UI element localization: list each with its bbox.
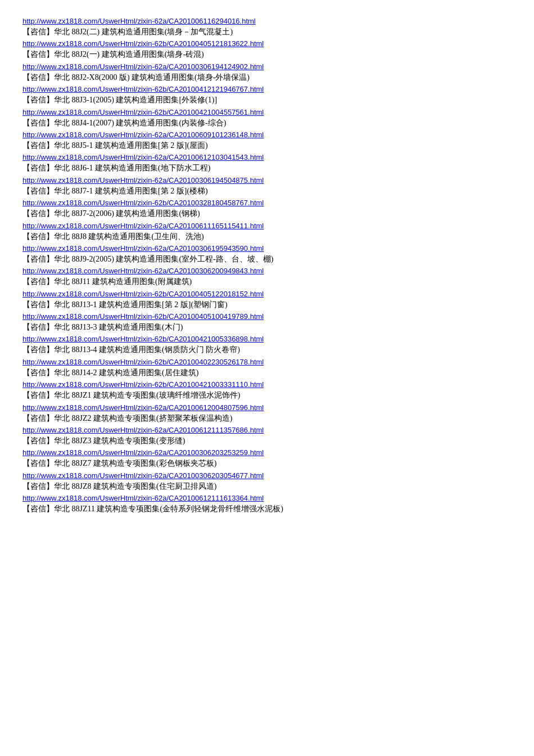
entry-desc: 【咨信】华北 88JZ2 建筑构造专项图集(挤塑聚苯板保温构造): [22, 412, 512, 425]
entry-link[interactable]: http://www.zx1818.com/UswerHtml/zixin-62…: [22, 290, 264, 298]
entry-link[interactable]: http://www.zx1818.com/UswerHtml/zixin-62…: [22, 335, 264, 343]
list-item: http://www.zx1818.com/UswerHtml/zixin-62…: [22, 335, 512, 356]
entry-link[interactable]: http://www.zx1818.com/UswerHtml/zixin-62…: [22, 403, 264, 412]
content-area: http://www.zx1818.com/UswerHtml/zixin-62…: [22, 17, 512, 516]
list-item: http://www.zx1818.com/UswerHtml/zixin-62…: [22, 380, 512, 402]
list-item: http://www.zx1818.com/UswerHtml/zixin-62…: [22, 426, 512, 447]
entry-desc: 【咨信】华北 88JZ11 建筑构造专项图集(金特系列轻钢龙骨纤维增强水泥板): [22, 503, 512, 515]
entry-desc: 【咨信】华北 88J4-1(2007) 建筑构造通用图集(内装修-综合): [22, 117, 512, 129]
entry-link[interactable]: http://www.zx1818.com/UswerHtml/zixin-62…: [22, 39, 264, 48]
list-item: http://www.zx1818.com/UswerHtml/zixin-62…: [22, 130, 512, 152]
entry-link[interactable]: http://www.zx1818.com/UswerHtml/zixin-62…: [22, 380, 264, 389]
entry-desc: 【咨信】华北 88J2-X8(2000 版) 建筑构造通用图集(墙身-外墙保温): [22, 71, 512, 84]
entry-desc: 【咨信】华北 88JZ1 建筑构造专项图集(玻璃纤维增强水泥饰件): [22, 389, 512, 402]
entry-desc: 【咨信】华北 88JZ7 建筑构造专项图集(彩色钢板夹芯板): [22, 457, 512, 470]
list-item: http://www.zx1818.com/UswerHtml/zixin-62…: [22, 39, 512, 61]
list-item: http://www.zx1818.com/UswerHtml/zixin-62…: [22, 176, 512, 197]
entry-desc: 【咨信】华北 88J13-1 建筑构造通用图集[第 2 版](塑钢门窗): [22, 299, 512, 311]
list-item: http://www.zx1818.com/UswerHtml/zixin-62…: [22, 448, 512, 470]
entry-desc: 【咨信】华北 88J9-2(2005) 建筑构造通用图集(室外工程-路、台、坡、…: [22, 253, 512, 266]
entry-link[interactable]: http://www.zx1818.com/UswerHtml/zixin-62…: [22, 448, 264, 457]
entry-desc: 【咨信】华北 88J5-1 建筑构造通用图集[第 2 版](屋面): [22, 140, 512, 152]
list-item: http://www.zx1818.com/UswerHtml/zixin-62…: [22, 494, 512, 515]
list-item: http://www.zx1818.com/UswerHtml/zixin-62…: [22, 85, 512, 106]
list-item: http://www.zx1818.com/UswerHtml/zixin-62…: [22, 153, 512, 174]
entry-link[interactable]: http://www.zx1818.com/UswerHtml/zixin-62…: [22, 153, 264, 161]
list-item: http://www.zx1818.com/UswerHtml/zixin-62…: [22, 62, 512, 84]
list-item: http://www.zx1818.com/UswerHtml/zixin-62…: [22, 290, 512, 311]
entry-link[interactable]: http://www.zx1818.com/UswerHtml/zixin-62…: [22, 222, 264, 230]
entry-desc: 【咨信】华北 88J2(二) 建筑构造通用图集(墙身－加气混凝土): [22, 26, 512, 38]
entry-desc: 【咨信】华北 88J13-4 建筑构造通用图集(钢质防火门 防火卷帘): [22, 344, 512, 356]
entry-desc: 【咨信】华北 88J3-1(2005) 建筑构造通用图集[外装修(1)]: [22, 94, 512, 106]
entry-link[interactable]: http://www.zx1818.com/UswerHtml/zixin-62…: [22, 471, 264, 480]
entry-desc: 【咨信】华北 88J11 建筑构造通用图集(附属建筑): [22, 276, 512, 288]
entry-link[interactable]: http://www.zx1818.com/UswerHtml/zixin-62…: [22, 130, 264, 139]
entry-desc: 【咨信】华北 88J6-1 建筑构造通用图集(地下防水工程): [22, 162, 512, 174]
entry-link[interactable]: http://www.zx1818.com/UswerHtml/zixin-62…: [22, 62, 264, 71]
entry-link[interactable]: http://www.zx1818.com/UswerHtml/zixin-62…: [22, 199, 264, 207]
entry-desc: 【咨信】华北 88J13-3 建筑构造通用图集(木门): [22, 321, 512, 334]
entry-link[interactable]: http://www.zx1818.com/UswerHtml/zixin-62…: [22, 17, 256, 25]
entry-link[interactable]: http://www.zx1818.com/UswerHtml/zixin-62…: [22, 358, 264, 366]
entry-link[interactable]: http://www.zx1818.com/UswerHtml/zixin-62…: [22, 108, 264, 116]
list-item: http://www.zx1818.com/UswerHtml/zixin-62…: [22, 108, 512, 129]
list-item: http://www.zx1818.com/UswerHtml/zixin-62…: [22, 358, 512, 379]
list-item: http://www.zx1818.com/UswerHtml/zixin-62…: [22, 471, 512, 493]
entry-desc: 【咨信】华北 88JZ8 建筑构造专项图集(住宅厨卫排风道): [22, 480, 512, 493]
entry-link[interactable]: http://www.zx1818.com/UswerHtml/zixin-62…: [22, 494, 264, 502]
list-item: http://www.zx1818.com/UswerHtml/zixin-62…: [22, 17, 512, 38]
list-item: http://www.zx1818.com/UswerHtml/zixin-62…: [22, 403, 512, 425]
entry-desc: 【咨信】华北 88J8 建筑构造通用图集(卫生间、洗池): [22, 231, 512, 243]
list-item: http://www.zx1818.com/UswerHtml/zixin-62…: [22, 199, 512, 220]
entry-link[interactable]: http://www.zx1818.com/UswerHtml/zixin-62…: [22, 85, 264, 93]
entry-link[interactable]: http://www.zx1818.com/UswerHtml/zixin-62…: [22, 426, 264, 434]
entry-link[interactable]: http://www.zx1818.com/UswerHtml/zixin-62…: [22, 267, 264, 275]
list-item: http://www.zx1818.com/UswerHtml/zixin-62…: [22, 267, 512, 288]
list-item: http://www.zx1818.com/UswerHtml/zixin-62…: [22, 222, 512, 243]
list-item: http://www.zx1818.com/UswerHtml/zixin-62…: [22, 244, 512, 266]
entry-desc: 【咨信】华北 88J2(一) 建筑构造通用图集(墙身-砖混): [22, 48, 512, 61]
entry-desc: 【咨信】华北 88J14-2 建筑构造通用图集(居住建筑): [22, 367, 512, 379]
list-item: http://www.zx1818.com/UswerHtml/zixin-62…: [22, 312, 512, 334]
entry-link[interactable]: http://www.zx1818.com/UswerHtml/zixin-62…: [22, 244, 264, 253]
entry-desc: 【咨信】华北 88J7-2(2006) 建筑构造通用图集(钢梯): [22, 208, 512, 220]
entry-desc: 【咨信】华北 88JZ3 建筑构造专项图集(变形缝): [22, 435, 512, 447]
entry-desc: 【咨信】华北 88J7-1 建筑构造通用图集[第 2 版](楼梯): [22, 185, 512, 197]
entry-link[interactable]: http://www.zx1818.com/UswerHtml/zixin-62…: [22, 176, 264, 184]
entry-link[interactable]: http://www.zx1818.com/UswerHtml/zixin-62…: [22, 312, 264, 321]
